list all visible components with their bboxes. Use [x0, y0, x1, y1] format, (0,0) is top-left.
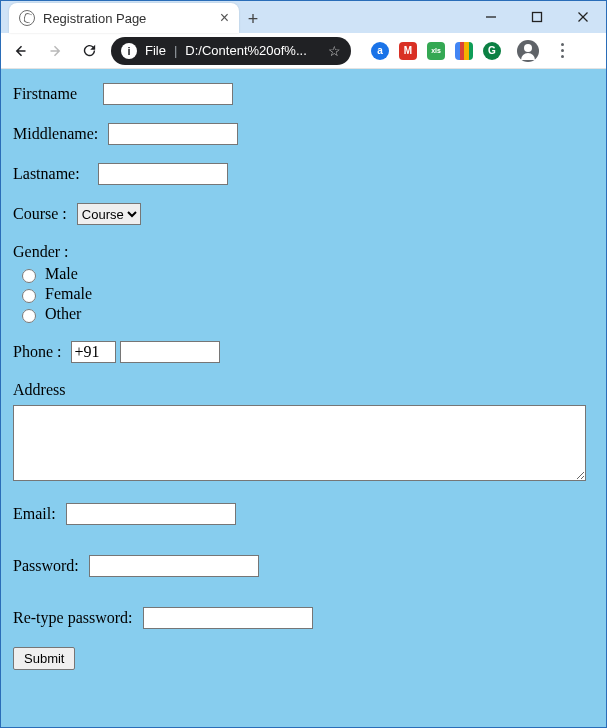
firstname-label: Firstname	[13, 85, 77, 102]
close-window-button[interactable]	[560, 1, 606, 33]
minimize-button[interactable]	[468, 1, 514, 33]
middlename-input[interactable]	[108, 123, 238, 145]
extension-icon-1[interactable]: a	[371, 42, 389, 60]
info-icon: i	[121, 43, 137, 59]
lastname-label: Lastname:	[13, 165, 80, 182]
back-button[interactable]	[9, 39, 33, 63]
titlebar: Registration Page × +	[1, 1, 606, 33]
retype-password-label: Re-type password:	[13, 609, 133, 626]
gender-male-radio[interactable]	[22, 269, 36, 283]
browser-tab[interactable]: Registration Page ×	[9, 3, 239, 33]
gender-other-label: Other	[45, 305, 81, 323]
bookmark-star-icon[interactable]: ☆	[328, 43, 341, 59]
phone-label: Phone :	[13, 343, 61, 360]
firstname-input[interactable]	[103, 83, 233, 105]
address-bar[interactable]: i File | D:/Content%20of%... ☆	[111, 37, 351, 65]
reload-button[interactable]	[77, 39, 101, 63]
page-content: Firstname Middlename: Lastname: Course :…	[1, 69, 606, 727]
extension-icon-3[interactable]: xls	[427, 42, 445, 60]
close-tab-icon[interactable]: ×	[220, 10, 229, 26]
extension-icon-5[interactable]: G	[483, 42, 501, 60]
phone-input[interactable]	[120, 341, 220, 363]
middlename-label: Middlename:	[13, 125, 98, 142]
phone-row: Phone :	[13, 341, 594, 363]
course-row: Course : Course	[13, 203, 594, 225]
lastname-row: Lastname:	[13, 163, 594, 185]
retype-password-input[interactable]	[143, 607, 313, 629]
gender-female-label: Female	[45, 285, 92, 303]
password-label: Password:	[13, 557, 79, 574]
course-label: Course :	[13, 205, 67, 222]
window-controls	[468, 1, 606, 33]
url-text: D:/Content%20of%...	[185, 43, 306, 58]
email-input[interactable]	[66, 503, 236, 525]
extensions-row: a M xls G	[371, 40, 571, 62]
gender-male-label: Male	[45, 265, 78, 283]
forward-button[interactable]	[43, 39, 67, 63]
password-row: Password:	[13, 555, 594, 577]
address-textarea[interactable]	[13, 405, 586, 481]
gender-other-row: Other	[17, 305, 594, 323]
submit-row: Submit	[13, 647, 594, 670]
browser-toolbar: i File | D:/Content%20of%... ☆ a M xls G	[1, 33, 606, 69]
submit-button[interactable]: Submit	[13, 647, 75, 670]
course-select[interactable]: Course	[77, 203, 141, 225]
menu-button[interactable]	[553, 43, 571, 58]
url-separator: |	[174, 43, 177, 58]
profile-avatar-icon[interactable]	[517, 40, 539, 62]
gender-label: Gender :	[13, 243, 594, 261]
tab-title: Registration Page	[43, 11, 212, 26]
phone-prefix-input[interactable]	[71, 341, 116, 363]
gender-male-row: Male	[17, 265, 594, 283]
lastname-input[interactable]	[98, 163, 228, 185]
address-row: Address	[13, 381, 594, 481]
extension-icon-4[interactable]	[455, 42, 473, 60]
browser-window: Registration Page × + i File | D:/Conten…	[0, 0, 607, 728]
gender-female-row: Female	[17, 285, 594, 303]
globe-icon	[19, 10, 35, 26]
email-row: Email:	[13, 503, 594, 525]
extension-icon-2[interactable]: M	[399, 42, 417, 60]
maximize-button[interactable]	[514, 1, 560, 33]
firstname-row: Firstname	[13, 83, 594, 105]
retype-password-row: Re-type password:	[13, 607, 594, 629]
email-label: Email:	[13, 505, 56, 522]
middlename-row: Middlename:	[13, 123, 594, 145]
gender-other-radio[interactable]	[22, 309, 36, 323]
url-scheme: File	[145, 43, 166, 58]
new-tab-button[interactable]: +	[239, 5, 267, 33]
password-input[interactable]	[89, 555, 259, 577]
gender-row: Gender : Male Female Other	[13, 243, 594, 323]
address-label: Address	[13, 381, 594, 399]
svg-rect-1	[533, 13, 542, 22]
gender-female-radio[interactable]	[22, 289, 36, 303]
